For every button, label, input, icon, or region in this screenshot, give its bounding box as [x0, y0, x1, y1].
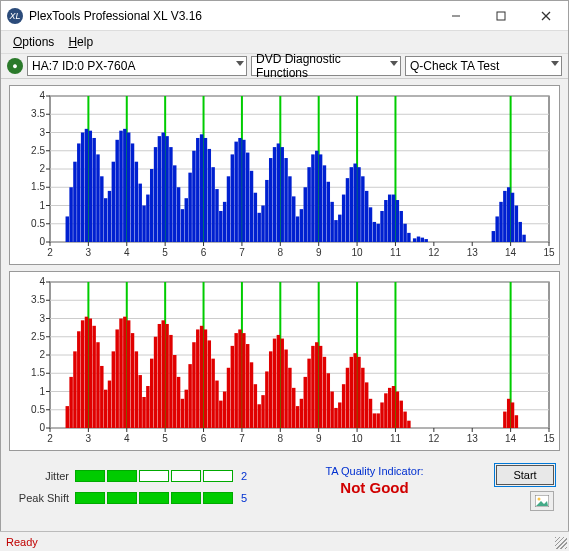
svg-rect-80: [104, 198, 107, 242]
svg-rect-145: [353, 164, 356, 242]
app-icon: XL: [7, 8, 23, 24]
maximize-button[interactable]: [478, 1, 523, 30]
svg-rect-128: [288, 176, 291, 242]
svg-rect-1: [497, 12, 505, 20]
svg-rect-84: [119, 131, 122, 242]
svg-rect-291: [265, 371, 268, 428]
svg-rect-167: [503, 191, 506, 242]
svg-text:4: 4: [124, 247, 130, 258]
svg-rect-282: [231, 346, 234, 428]
svg-rect-168: [507, 187, 510, 242]
svg-rect-155: [392, 195, 395, 242]
svg-rect-320: [376, 413, 379, 428]
meter-segment: [107, 492, 137, 504]
svg-rect-83: [115, 140, 118, 242]
svg-rect-130: [296, 216, 299, 242]
svg-rect-287: [250, 362, 253, 428]
svg-rect-150: [373, 222, 376, 242]
svg-rect-134: [311, 154, 314, 242]
svg-rect-162: [421, 238, 424, 242]
meter-segment: [139, 492, 169, 504]
close-button[interactable]: [523, 1, 568, 30]
svg-rect-117: [246, 153, 249, 242]
svg-rect-120: [257, 213, 260, 242]
svg-rect-310: [338, 402, 341, 428]
svg-text:3.5: 3.5: [31, 294, 45, 305]
svg-rect-311: [342, 384, 345, 428]
svg-rect-127: [284, 158, 287, 242]
svg-text:0.5: 0.5: [31, 218, 45, 229]
menu-options[interactable]: Options: [7, 33, 60, 51]
start-button[interactable]: Start: [496, 465, 554, 485]
svg-rect-264: [162, 320, 165, 428]
svg-text:6: 6: [201, 247, 207, 258]
svg-rect-129: [292, 196, 295, 242]
svg-rect-105: [200, 134, 203, 242]
svg-text:2: 2: [47, 433, 53, 444]
svg-rect-241: [73, 351, 76, 428]
svg-rect-111: [223, 202, 226, 242]
bottom-panel: Jitter 2 Peak Shift 5 TA Quality Indicat…: [9, 457, 560, 515]
svg-rect-126: [280, 147, 283, 242]
svg-rect-115: [238, 138, 241, 242]
svg-text:3: 3: [39, 127, 45, 138]
svg-rect-97: [169, 147, 172, 242]
svg-text:3: 3: [86, 247, 92, 258]
svg-rect-151: [376, 224, 379, 242]
svg-rect-157: [399, 211, 402, 242]
window-title: PlexTools Professional XL V3.16: [29, 9, 433, 23]
svg-rect-250: [108, 381, 111, 428]
svg-rect-165: [495, 216, 498, 242]
svg-text:2.5: 2.5: [31, 145, 45, 156]
svg-rect-170: [515, 206, 518, 243]
resize-grip-icon[interactable]: [555, 537, 567, 549]
drive-select[interactable]: HA:7 ID:0 PX-760A: [27, 56, 247, 76]
svg-rect-132: [304, 187, 307, 242]
svg-text:4: 4: [39, 276, 45, 287]
peak-shift-label: Peak Shift: [15, 492, 75, 504]
chart-bottom: 00.511.522.533.5423456789101112131415: [9, 271, 560, 451]
test-select[interactable]: Q-Check TA Test: [405, 56, 562, 76]
function-select-value: DVD Diagnostic Functions: [256, 52, 384, 80]
function-select[interactable]: DVD Diagnostic Functions: [251, 56, 401, 76]
svg-rect-140: [334, 220, 337, 242]
svg-rect-297: [288, 368, 291, 428]
save-image-button[interactable]: [530, 491, 554, 511]
svg-rect-304: [315, 342, 318, 428]
svg-text:10: 10: [352, 247, 364, 258]
svg-rect-110: [219, 211, 222, 242]
svg-rect-79: [100, 176, 103, 242]
svg-rect-332: [515, 415, 518, 428]
svg-rect-314: [353, 353, 356, 428]
minimize-button[interactable]: [433, 1, 478, 30]
svg-rect-281: [227, 368, 230, 428]
menu-help[interactable]: Help: [62, 33, 99, 51]
svg-rect-313: [350, 357, 353, 428]
svg-rect-324: [392, 386, 395, 428]
svg-rect-86: [127, 133, 130, 243]
chevron-down-icon: [551, 61, 559, 66]
svg-rect-288: [254, 384, 257, 428]
svg-rect-153: [384, 200, 387, 242]
svg-text:6: 6: [201, 433, 207, 444]
titlebar: XL PlexTools Professional XL V3.16: [1, 1, 568, 31]
chevron-down-icon: [236, 61, 244, 66]
svg-rect-270: [185, 390, 188, 428]
svg-rect-102: [188, 173, 191, 242]
svg-rect-148: [365, 191, 368, 242]
svg-rect-107: [208, 149, 211, 242]
svg-text:2: 2: [39, 163, 45, 174]
svg-rect-247: [96, 342, 99, 428]
svg-rect-108: [211, 167, 214, 242]
svg-text:14: 14: [505, 433, 517, 444]
svg-rect-255: [127, 320, 130, 428]
svg-rect-300: [300, 399, 303, 428]
svg-rect-138: [327, 182, 330, 242]
svg-rect-246: [92, 326, 95, 428]
svg-rect-331: [511, 402, 514, 428]
image-icon: [535, 495, 549, 507]
svg-rect-289: [257, 404, 260, 428]
svg-rect-76: [89, 131, 92, 242]
svg-rect-154: [388, 195, 391, 242]
status-text: Ready: [6, 536, 38, 548]
